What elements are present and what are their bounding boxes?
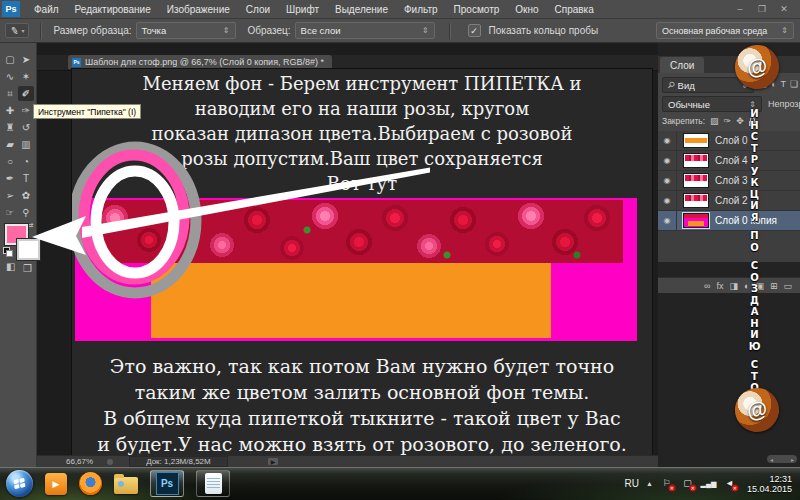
tool-rectangular-marquee[interactable]: ▢ [2, 52, 18, 67]
visibility-eye-icon[interactable]: ◉ [664, 216, 671, 225]
canvas[interactable]: Меняем фон - Берем инструмент ПИПЕТКА ин… [72, 69, 652, 457]
layer-row[interactable]: ◉Слой 2 [658, 191, 800, 211]
layer-thumbnail[interactable] [683, 133, 709, 148]
tab-layers[interactable]: Слои [660, 57, 704, 73]
zoom-level[interactable]: 66,67% [66, 457, 93, 466]
tool-history-brush[interactable]: ↺ [18, 120, 34, 135]
visibility-eye-icon[interactable]: ◉ [664, 136, 671, 145]
swap-colors-icon[interactable]: ⇄ [27, 221, 34, 230]
photoshop-button[interactable]: Ps [150, 470, 184, 497]
tool-gradient[interactable]: ▥ [18, 137, 34, 152]
tool-lasso[interactable]: ∿ [2, 69, 18, 84]
layer-row[interactable]: ◉Слой 0 [658, 131, 800, 151]
show-sampling-ring-checkbox[interactable] [468, 24, 481, 37]
sample-size-dropdown[interactable]: Точка [136, 22, 236, 39]
tool-custom-shape[interactable]: ✿ [18, 188, 34, 203]
network-error-icon[interactable]: ▢ [681, 477, 694, 490]
visibility-eye-icon[interactable]: ◉ [664, 196, 671, 205]
signal-icon[interactable]: ▂▄▆ [702, 477, 715, 490]
menu-item-Изображение[interactable]: Изображение [159, 4, 238, 15]
tool-eyedropper[interactable]: ✐ [18, 86, 34, 101]
lock-brush-icon[interactable]: ✑ [724, 116, 732, 126]
layer-thumbnail[interactable] [683, 213, 709, 228]
volume-muted-icon[interactable]: ◄ [723, 477, 736, 490]
layer-group-icon[interactable]: ▣ [755, 281, 764, 291]
document-tab[interactable]: Ps Шаблон для стоф.png @ 66,7% (Слой 0 к… [68, 55, 332, 69]
tool-hand[interactable]: ☞ [2, 205, 18, 220]
workspace-dropdown[interactable]: Основная рабочая среда [656, 22, 794, 39]
document-size-field[interactable]: Док: 1,23M/8,52M [129, 456, 228, 467]
tool-blur[interactable]: ○ [2, 154, 18, 169]
tool-type[interactable]: T [18, 171, 34, 186]
media-player-icon[interactable] [45, 473, 67, 495]
clock[interactable]: 12:31 15.04.2015 [747, 474, 792, 494]
menu-item-Окно[interactable]: Окно [507, 4, 546, 15]
visibility-eye-icon[interactable]: ◉ [664, 156, 671, 165]
layer-thumbnail[interactable] [683, 173, 709, 188]
link-layers-icon[interactable]: ∞ [704, 281, 710, 291]
blend-mode-dropdown[interactable]: Обычные [662, 96, 762, 112]
close-button[interactable]: ✕ [778, 4, 790, 14]
menu-item-Шрифт[interactable]: Шрифт [278, 4, 327, 15]
show-hidden-icons-button[interactable]: ▲ [646, 480, 653, 487]
tool-healing-brush[interactable]: ✚ [2, 103, 18, 118]
tool-zoom[interactable]: ⚲ [18, 205, 34, 220]
tool-clone-stamp[interactable]: ♜ [2, 120, 18, 135]
menu-item-Выделение[interactable]: Выделение [327, 4, 396, 15]
start-button[interactable] [6, 470, 33, 497]
layer-mask-icon[interactable]: ◨ [729, 281, 738, 291]
tool-eraser[interactable]: ▰ [2, 137, 18, 152]
lock-transparent-icon[interactable]: ▨ [710, 116, 719, 126]
layer-thumbnail[interactable] [683, 153, 709, 168]
new-layer-icon[interactable]: ⊞ [770, 281, 778, 291]
layer-effects-icon[interactable]: fx [716, 281, 723, 291]
tool-pen[interactable]: ✒ [2, 171, 18, 186]
minimize-button[interactable]: – [734, 4, 746, 14]
notepad-button[interactable] [196, 470, 230, 497]
explorer-icon[interactable] [114, 477, 138, 494]
sample-layers-dropdown[interactable]: Все слои [295, 22, 435, 39]
menu-item-Фильтр[interactable]: Фильтр [396, 4, 446, 15]
tool-path-selection[interactable]: ➢ [2, 188, 18, 203]
eye-cell[interactable]: ◉ [658, 211, 677, 230]
menu-item-Справка[interactable]: Справка [547, 4, 602, 15]
layer-row[interactable]: ◉Слой 4 [658, 151, 800, 171]
menu-item-Слои[interactable]: Слои [238, 4, 278, 15]
lock-move-icon[interactable]: ✥ [736, 116, 744, 126]
tool-brush[interactable]: ✑ [18, 103, 34, 118]
eye-cell[interactable]: ◉ [658, 191, 677, 210]
eyedropper-preset-button[interactable]: ✐ ▾ [5, 23, 29, 38]
delete-layer-icon[interactable]: ▭ [783, 281, 792, 291]
menu-item-Редактирование[interactable]: Редактирование [67, 4, 159, 15]
mini-scrollbar[interactable]: ◂▸ [767, 455, 797, 463]
quick-mask-button[interactable]: ◧ [6, 261, 15, 272]
action-center-icon[interactable]: ⚐ [660, 477, 673, 490]
eye-cell[interactable]: ◉ [658, 151, 677, 170]
background-color-swatch[interactable] [17, 239, 40, 260]
adjustment-layer-icon[interactable]: ◐ [744, 281, 749, 291]
tool-magic-wand[interactable]: ✶ [18, 69, 34, 84]
default-colors-icon[interactable] [3, 247, 12, 256]
layer-row[interactable]: ◉Слой 0 копия [658, 211, 800, 231]
layer-thumbnail[interactable] [683, 193, 709, 208]
tool-crop[interactable]: ⌗ [2, 86, 18, 101]
filter-type-icon[interactable]: T [780, 79, 786, 89]
workspace-value: Основная рабочая среда [662, 26, 767, 36]
document-tab-ps-icon: Ps [72, 58, 81, 67]
menu-item-Файл[interactable]: Файл [26, 4, 67, 15]
firefox-icon[interactable] [79, 472, 102, 495]
screen-mode-button[interactable]: ❐ [23, 263, 32, 274]
restore-button[interactable]: ❐ [756, 4, 768, 14]
tool-grid: ▢➤∿✶⌗✐✚✑♜↺▰▥○◔✒T➢✿☞⚲ [2, 52, 34, 220]
filter-shape-icon[interactable]: ❏ [790, 79, 798, 89]
visibility-eye-icon[interactable]: ◉ [664, 176, 671, 185]
menu-item-Просмотр[interactable]: Просмотр [446, 4, 508, 15]
status-menu-arrow-icon[interactable]: ▶ [268, 458, 279, 465]
tool-move[interactable]: ➤ [18, 52, 34, 67]
eye-cell[interactable]: ◉ [658, 131, 677, 150]
layer-row[interactable]: ◉Слой 3 [658, 171, 800, 191]
lock-all-icon[interactable] [749, 121, 756, 126]
tool-dodge[interactable]: ◔ [18, 154, 34, 169]
language-indicator[interactable]: RU [625, 478, 639, 489]
eye-cell[interactable]: ◉ [658, 171, 677, 190]
